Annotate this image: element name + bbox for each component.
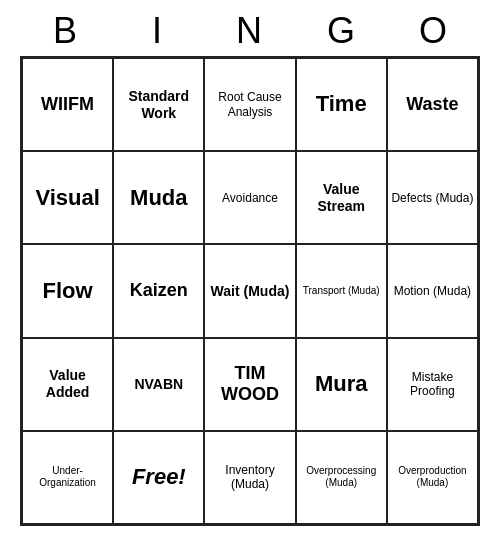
bingo-cell-8[interactable]: Value Stream: [296, 151, 387, 244]
cell-text-0: WIIFM: [26, 94, 109, 116]
bingo-cell-6[interactable]: Muda: [113, 151, 204, 244]
cell-text-7: Avoidance: [208, 191, 291, 205]
bingo-cell-12[interactable]: Wait (Muda): [204, 244, 295, 337]
bingo-cell-14[interactable]: Motion (Muda): [387, 244, 478, 337]
bingo-cell-22[interactable]: Inventory (Muda): [204, 431, 295, 524]
cell-text-22: Inventory (Muda): [208, 463, 291, 492]
cell-text-3: Time: [300, 91, 383, 117]
bingo-cell-23[interactable]: Overprocessing (Muda): [296, 431, 387, 524]
cell-text-11: Kaizen: [117, 280, 200, 302]
bingo-cell-13[interactable]: Transport (Muda): [296, 244, 387, 337]
cell-text-17: TIM WOOD: [208, 363, 291, 406]
cell-text-19: Mistake Proofing: [391, 370, 474, 399]
cell-text-8: Value Stream: [300, 181, 383, 215]
cell-text-15: Value Added: [26, 367, 109, 401]
cell-text-20: Under-Organization: [26, 465, 109, 489]
header-letter-o: O: [388, 10, 480, 52]
bingo-cell-1[interactable]: Standard Work: [113, 58, 204, 151]
bingo-cell-3[interactable]: Time: [296, 58, 387, 151]
bingo-cell-24[interactable]: Overproduction (Muda): [387, 431, 478, 524]
bingo-cell-18[interactable]: Mura: [296, 338, 387, 431]
header-letter-g: G: [296, 10, 388, 52]
bingo-cell-5[interactable]: Visual: [22, 151, 113, 244]
bingo-cell-0[interactable]: WIIFM: [22, 58, 113, 151]
cell-text-9: Defects (Muda): [391, 191, 474, 205]
bingo-cell-21[interactable]: Free!: [113, 431, 204, 524]
header-letter-b: B: [20, 10, 112, 52]
cell-text-5: Visual: [26, 185, 109, 211]
cell-text-1: Standard Work: [117, 88, 200, 122]
cell-text-16: NVABN: [117, 376, 200, 393]
bingo-cell-17[interactable]: TIM WOOD: [204, 338, 295, 431]
bingo-grid: WIIFMStandard WorkRoot Cause AnalysisTim…: [20, 56, 480, 526]
bingo-cell-19[interactable]: Mistake Proofing: [387, 338, 478, 431]
cell-text-6: Muda: [117, 185, 200, 211]
cell-text-12: Wait (Muda): [208, 283, 291, 300]
cell-text-10: Flow: [26, 278, 109, 304]
cell-text-4: Waste: [391, 94, 474, 116]
cell-text-24: Overproduction (Muda): [391, 465, 474, 489]
bingo-cell-20[interactable]: Under-Organization: [22, 431, 113, 524]
bingo-header: BINGO: [20, 10, 480, 52]
bingo-cell-16[interactable]: NVABN: [113, 338, 204, 431]
bingo-cell-2[interactable]: Root Cause Analysis: [204, 58, 295, 151]
cell-text-21: Free!: [117, 464, 200, 490]
bingo-cell-4[interactable]: Waste: [387, 58, 478, 151]
bingo-cell-11[interactable]: Kaizen: [113, 244, 204, 337]
header-letter-n: N: [204, 10, 296, 52]
cell-text-23: Overprocessing (Muda): [300, 465, 383, 489]
header-letter-i: I: [112, 10, 204, 52]
bingo-cell-15[interactable]: Value Added: [22, 338, 113, 431]
bingo-cell-9[interactable]: Defects (Muda): [387, 151, 478, 244]
cell-text-13: Transport (Muda): [300, 285, 383, 297]
cell-text-18: Mura: [300, 371, 383, 397]
bingo-cell-7[interactable]: Avoidance: [204, 151, 295, 244]
bingo-cell-10[interactable]: Flow: [22, 244, 113, 337]
cell-text-2: Root Cause Analysis: [208, 90, 291, 119]
cell-text-14: Motion (Muda): [391, 284, 474, 298]
